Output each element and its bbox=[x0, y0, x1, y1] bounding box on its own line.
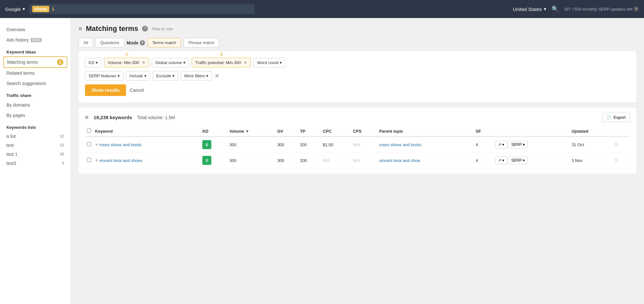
step4-label: 4 bbox=[220, 52, 222, 57]
volume-filter-close-icon[interactable]: ✕ bbox=[142, 60, 146, 65]
traffic-share-section-label: Traffic share bbox=[0, 89, 71, 100]
global-volume-filter-btn[interactable]: Global volume ▾ bbox=[152, 58, 189, 67]
row2-parent-topic-link[interactable]: vincent boot and shoe bbox=[379, 158, 420, 163]
row1-sf: 4 bbox=[474, 137, 493, 153]
tab-phrase-match[interactable]: Phrase match bbox=[184, 38, 219, 47]
serp-features-filter-btn[interactable]: SERP features ▾ bbox=[85, 71, 123, 81]
serp-counter: 197 / 500 monthly SERP updates left ? bbox=[564, 6, 639, 12]
traffic-potential-filter-wrapper: 4 Traffic potential: Min-300 ✕ bbox=[192, 58, 251, 67]
select-all-checkbox[interactable] bbox=[87, 128, 91, 133]
sidebar-item-by-domains[interactable]: By domains bbox=[0, 100, 71, 110]
table-header-checkbox bbox=[85, 126, 93, 137]
row1-keyword-link[interactable]: roses shoes and boots bbox=[99, 142, 141, 147]
table-header-kd: KD bbox=[200, 126, 227, 137]
show-results-button[interactable]: Show results bbox=[85, 84, 126, 96]
hamburger-icon[interactable]: ≡ bbox=[79, 25, 82, 32]
kd-filter-btn[interactable]: KD ▾ bbox=[85, 58, 101, 67]
traffic-potential-filter-close-icon[interactable]: ✕ bbox=[244, 60, 247, 65]
search-bar[interactable]: shoes 1 bbox=[29, 4, 255, 14]
results-count: 19,239 keywords bbox=[94, 115, 132, 120]
country-chevron-icon: ▾ bbox=[544, 6, 546, 12]
keywords-lists-section-label: Keywords lists bbox=[0, 120, 71, 132]
traffic-potential-filter-btn[interactable]: Traffic potential: Min-300 ✕ bbox=[192, 58, 251, 67]
tab-questions[interactable]: Questions bbox=[95, 38, 124, 47]
country-selector[interactable]: United States ▾ bbox=[513, 6, 546, 12]
main-content: ≡ Matching terms ? How to use All Questi… bbox=[71, 18, 644, 304]
list-item-test3[interactable]: test3 4 bbox=[0, 159, 71, 168]
filter-row-2: SERP features ▾ Include ▾ Exclude ▾ More… bbox=[85, 71, 630, 81]
row2-keyword-link[interactable]: vincent boot and shoes bbox=[99, 158, 142, 163]
cancel-button[interactable]: Cancel bbox=[130, 88, 144, 93]
include-filter-btn[interactable]: Include ▾ bbox=[126, 71, 150, 81]
row1-cpc: $1.00 bbox=[321, 137, 351, 153]
row2-tp: 200 bbox=[298, 153, 321, 168]
matching-terms-badge: 2 bbox=[57, 59, 63, 65]
google-selector[interactable]: Google ▾ bbox=[5, 6, 25, 12]
sidebar-item-ads-history[interactable]: Ads history BETA bbox=[0, 35, 71, 45]
serp-features-chevron-icon: ▾ bbox=[118, 73, 120, 78]
table-header-empty bbox=[493, 126, 570, 137]
row2-refresh-button[interactable]: ↻ bbox=[615, 157, 619, 164]
list-item-a-list[interactable]: a list 62 bbox=[0, 132, 71, 141]
action-row: Show results Cancel bbox=[85, 84, 630, 96]
sidebar-item-overview[interactable]: Overview bbox=[0, 24, 71, 35]
sidebar: Overview Ads history BETA Keyword ideas … bbox=[0, 18, 71, 304]
sidebar-item-related-terms[interactable]: Related terms bbox=[0, 68, 71, 78]
word-count-chevron-icon: ▾ bbox=[280, 60, 282, 65]
exclude-chevron-icon: ▾ bbox=[172, 73, 175, 78]
filters-box: KD ▾ 3 Volume: Min-300 ✕ Global volume ▾… bbox=[79, 51, 636, 102]
row2-add-button[interactable]: + bbox=[95, 157, 98, 163]
beta-badge: BETA bbox=[31, 38, 41, 42]
row1-parent-topic-link[interactable]: roses shoes and boots bbox=[379, 142, 421, 147]
table-header-cpc: CPC bbox=[321, 126, 351, 137]
row2-trend-button[interactable]: ↗ ▾ bbox=[495, 157, 507, 164]
row2-updated: 3 Nov bbox=[570, 153, 613, 168]
export-icon: 📄 bbox=[606, 115, 611, 120]
table-header-tp: TP bbox=[298, 126, 321, 137]
volume-sort-icon: ▾ bbox=[246, 129, 248, 134]
table-header-gv: GV bbox=[275, 126, 298, 137]
tab-terms-match[interactable]: Terms match bbox=[148, 38, 181, 47]
row1-add-button[interactable]: + bbox=[95, 142, 98, 147]
row1-checkbox[interactable] bbox=[87, 142, 91, 146]
row2-serp-dropdown[interactable]: SERP ▾ bbox=[508, 157, 528, 164]
list-item-test1[interactable]: test 1 96 bbox=[0, 150, 71, 159]
row1-updated: 31 Oct bbox=[570, 137, 613, 153]
row1-serp-dropdown[interactable]: SERP ▾ bbox=[508, 141, 528, 148]
list-item-test[interactable]: test 63 bbox=[0, 141, 71, 150]
serp-help-icon: ? bbox=[634, 6, 639, 12]
sidebar-item-by-pages[interactable]: By pages bbox=[0, 110, 71, 120]
top-navigation: Google ▾ shoes 1 United States ▾ 🔍 197 /… bbox=[0, 0, 644, 18]
table-header-volume[interactable]: Volume ▾ bbox=[227, 126, 275, 137]
row1-checkbox-cell bbox=[85, 137, 93, 153]
include-chevron-icon: ▾ bbox=[144, 73, 147, 78]
sidebar-item-matching-terms[interactable]: Matching terms 2 bbox=[3, 56, 67, 68]
mode-help-icon[interactable]: ? bbox=[140, 40, 145, 45]
table-row: + vincent boot and shoes 0 300 300 200 N… bbox=[85, 153, 630, 168]
clear-all-filters-btn[interactable]: ✕ bbox=[215, 72, 219, 80]
results-hamburger-icon[interactable]: ≡ bbox=[85, 114, 89, 121]
search-keyword-tag: shoes bbox=[32, 6, 49, 12]
volume-filter-wrapper: 3 Volume: Min-300 ✕ bbox=[104, 58, 149, 67]
tab-all[interactable]: All bbox=[79, 38, 93, 47]
filter-row-1: KD ▾ 3 Volume: Min-300 ✕ Global volume ▾… bbox=[85, 58, 630, 67]
row1-cps: N/A bbox=[351, 137, 377, 153]
more-filters-btn[interactable]: More filters ▾ bbox=[181, 71, 212, 81]
table-header-refresh bbox=[613, 126, 630, 137]
exclude-filter-btn[interactable]: Exclude ▾ bbox=[153, 71, 178, 81]
sidebar-item-search-suggestions[interactable]: Search suggestions bbox=[0, 78, 71, 89]
row2-checkbox[interactable] bbox=[87, 158, 91, 162]
table-header-sf: SF bbox=[474, 126, 493, 137]
export-button[interactable]: 📄 Export bbox=[602, 113, 630, 122]
page-help-icon[interactable]: ? bbox=[142, 26, 148, 32]
how-to-use-link[interactable]: How to use bbox=[152, 26, 173, 31]
results-header: ≡ 19,239 keywords Total volume: 1.5M 📄 E… bbox=[85, 113, 630, 122]
row2-cpc: N/A bbox=[321, 153, 351, 168]
word-count-filter-btn[interactable]: Word count ▾ bbox=[254, 58, 285, 67]
results-total-volume: Total volume: 1.5M bbox=[137, 115, 175, 120]
search-button[interactable]: 🔍 bbox=[552, 5, 559, 13]
row1-tp: 200 bbox=[298, 137, 321, 153]
row1-refresh-button[interactable]: ↻ bbox=[615, 142, 619, 148]
row1-trend-button[interactable]: ↗ ▾ bbox=[495, 141, 507, 148]
volume-filter-btn[interactable]: Volume: Min-300 ✕ bbox=[104, 58, 149, 67]
